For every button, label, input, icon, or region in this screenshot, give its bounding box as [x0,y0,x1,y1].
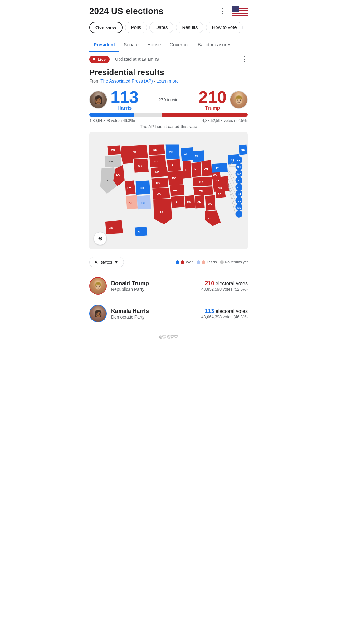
dot-gray-no-results [220,260,224,264]
svg-text:GA: GA [208,202,212,205]
svg-text:SC: SC [218,193,222,196]
sub-tabs: President Senate House Governor Ballot m… [84,37,253,52]
trump-list-avatar: 👨🏼 [89,277,107,295]
svg-text:DE: DE [238,199,241,202]
learn-more-link[interactable]: Learn more [156,79,179,84]
svg-text:HI: HI [138,230,140,233]
harris-list-info: Kamala Harris Democratic Party [111,308,197,320]
svg-text:NJ: NJ [238,193,241,195]
trump-block: 👨🏼 210 Trump [198,89,248,111]
svg-text:IA: IA [171,164,173,167]
svg-text:MO: MO [172,177,176,180]
header: 2024 US elections ⋮ [84,0,253,20]
svg-text:MD: MD [237,206,241,209]
svg-text:IN: IN [194,168,196,171]
legend-won: Won [176,260,193,264]
progress-bar-blue [89,113,134,117]
state-wi [181,147,193,161]
svg-text:WA: WA [111,149,116,152]
state-ne [151,167,168,178]
results-title: Presidential results [89,68,248,77]
tab-house[interactable]: House [143,37,165,52]
legend-no-results: No results yet [220,260,248,264]
us-map-container: WA OR CA ID NV MT WY [89,132,248,249]
candidates-row: 👩🏾 113 Harris 270 to win 👨🏼 210 Trump [89,89,248,111]
nav-pill-polls[interactable]: Polls [125,22,147,33]
harris-avatar: 👩🏾 [89,91,107,109]
nav-pill-overview[interactable]: Overview [89,22,123,33]
live-bar: Live Updated at 9:19 am IST ⋮ [84,52,253,66]
svg-text:SD: SD [154,160,158,163]
trump-list-name: Donald Trump [111,280,197,287]
harris-list-party: Democratic Party [111,315,197,320]
harris-list-ev: 113 electoral votes [201,308,248,315]
chevron-down-icon: ▼ [114,260,119,265]
dot-lightblue-leads [197,260,200,264]
vote-counts-row: 4,30,64,398 votes (46.3%) 4,88,52,598 vo… [89,118,248,123]
updated-text: Updated at 9:19 am IST [115,57,162,62]
live-badge: Live [89,56,110,63]
legend-won-label: Won [186,260,193,264]
legend-leads-label: Leads [207,260,217,264]
state-ok [152,188,170,199]
nav-pill-results[interactable]: Results [176,22,203,33]
svg-text:NC: NC [218,186,222,190]
trump-list-info: Donald Trump Republican Party [111,280,197,292]
all-states-button[interactable]: All states ▼ [89,257,124,267]
trump-avatar: 👨🏼 [230,91,248,109]
source-pre: From [89,79,100,84]
tab-senate[interactable]: Senate [119,37,143,52]
svg-text:AR: AR [173,189,177,192]
nav-pills: Overview Polls Dates Results How to vote [84,20,253,37]
page-title: 2024 US elections [89,6,217,16]
svg-text:FL: FL [208,217,211,220]
harris-list-results: 113 electoral votes 43,064,398 votes (46… [201,308,248,319]
svg-text:TX: TX [160,210,163,214]
svg-text:DC: DC [238,213,241,216]
svg-text:NV: NV [116,174,120,177]
legend-items: Won Leads No results yet [176,260,248,264]
header-actions: ⋮ [217,6,248,17]
state-ks [151,178,168,188]
progress-bar-red [162,113,248,117]
svg-text:OK: OK [157,192,161,195]
svg-text:WI: WI [184,152,187,156]
svg-text:AZ: AZ [129,201,132,204]
harris-total-votes: 4,30,64,398 votes (46.3%) [89,118,135,123]
state-pa [212,163,228,173]
tab-governor[interactable]: Governor [165,37,193,52]
tab-president[interactable]: President [89,37,119,52]
svg-text:MN: MN [169,150,173,153]
more-icon[interactable]: ⋮ [217,6,228,17]
state-tn [193,186,213,195]
svg-text:VT: VT [237,159,240,162]
progress-bar-gray [134,113,162,117]
tab-ballot-measures[interactable]: Ballot measures [193,37,236,52]
live-label: Live [98,57,106,62]
svg-text:AL: AL [197,200,201,203]
zoom-icon: ⊕ [98,235,103,242]
nav-pill-how-to-vote[interactable]: How to vote [206,22,242,33]
legend-no-results-label: No results yet [225,260,248,264]
source-name[interactable]: The Associated Press (AP) [100,79,153,84]
harris-block: 👩🏾 113 Harris [89,89,139,111]
nav-pill-dates[interactable]: Dates [149,22,173,33]
progress-bar [89,113,248,117]
all-states-label: All states [95,260,112,265]
candidate-list-harris: 👩🏾 Kamala Harris Democratic Party 113 el… [89,300,248,327]
svg-text:VA: VA [216,179,219,182]
live-more-icon[interactable]: ⋮ [241,55,248,63]
svg-text:KY: KY [199,180,203,183]
dot-red-won [181,260,184,264]
svg-text:MS: MS [187,200,191,203]
svg-text:MA: MA [237,172,241,175]
state-hi [135,227,147,236]
trump-list-votes: 48,852,598 votes (52.5%) [201,287,248,291]
svg-text:MI: MI [195,155,198,158]
state-mi [193,150,204,162]
source-sep: · [153,79,157,84]
main-content: Presidential results From The Associated… [84,66,253,331]
harris-list-votes: 43,064,398 votes (46.3%) [201,315,248,319]
zoom-button[interactable]: ⊕ [94,232,107,245]
svg-text:NE: NE [155,171,159,174]
